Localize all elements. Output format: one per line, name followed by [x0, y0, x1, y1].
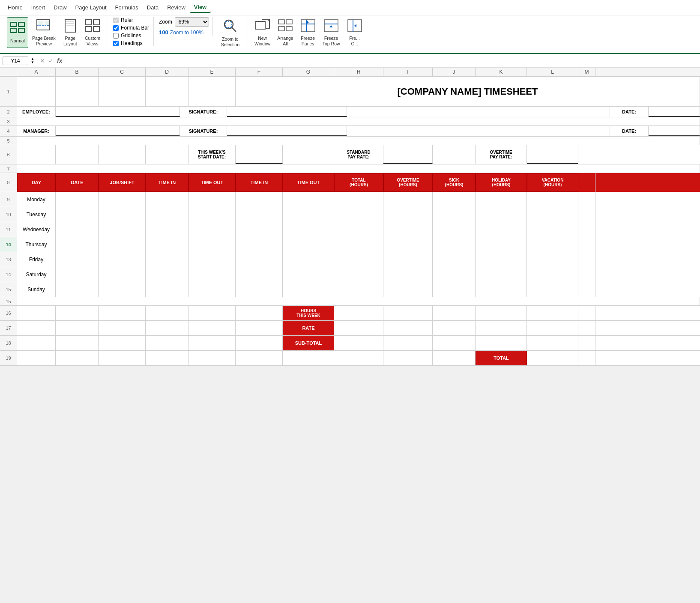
cell-j12[interactable]: [433, 237, 476, 252]
cell-i11[interactable]: [383, 222, 433, 237]
cell-hours-this-week[interactable]: HOURSTHIS WEEK: [283, 306, 334, 320]
cell-row5[interactable]: [17, 137, 700, 145]
cell-c1[interactable]: [99, 77, 146, 106]
function-icon[interactable]: fx: [57, 57, 62, 64]
cell-d11[interactable]: [146, 222, 188, 237]
cell-d16[interactable]: [146, 306, 188, 320]
cell-f19[interactable]: [236, 351, 283, 365]
cell-i19[interactable]: [383, 351, 433, 365]
header-vacation-hours[interactable]: VACATION(HOURS): [527, 173, 578, 192]
cell-j18[interactable]: [433, 336, 476, 350]
menu-draw[interactable]: Draw: [49, 3, 71, 12]
cell-d13[interactable]: [146, 252, 188, 267]
cell-k12[interactable]: [476, 237, 527, 252]
cell-b14[interactable]: [56, 267, 99, 282]
cell-m18[interactable]: [578, 336, 595, 350]
header-time-out[interactable]: TIME OUT: [188, 173, 236, 192]
cell-l9[interactable]: [527, 192, 578, 207]
cell-b16[interactable]: [56, 306, 99, 320]
cell-b1[interactable]: [56, 77, 99, 106]
cell-f13[interactable]: [236, 252, 283, 267]
col-header-k[interactable]: K: [476, 68, 527, 76]
headings-checkbox[interactable]: [113, 41, 119, 46]
cell-c9[interactable]: [99, 192, 146, 207]
cell-c13[interactable]: [99, 252, 146, 267]
cell-c11[interactable]: [99, 222, 146, 237]
cell-f15a[interactable]: [236, 282, 283, 297]
cell-l17[interactable]: [527, 321, 578, 335]
menu-home[interactable]: Home: [3, 3, 27, 12]
cell-m13[interactable]: [578, 252, 595, 267]
menu-data[interactable]: Data: [143, 3, 163, 12]
cell-e13[interactable]: [188, 252, 236, 267]
cell-m11[interactable]: [578, 222, 595, 237]
cell-d18[interactable]: [146, 336, 188, 350]
cell-a19[interactable]: [17, 351, 56, 365]
date1-label[interactable]: DATE:: [610, 107, 649, 117]
cell-wednesday[interactable]: Wednesday: [17, 222, 56, 237]
cell-h15a[interactable]: [334, 282, 383, 297]
cell-thursday[interactable]: Thursday: [17, 237, 56, 252]
header-holiday-hours[interactable]: HOLIDAY(HOURS): [476, 173, 527, 192]
cell-g11[interactable]: [283, 222, 334, 237]
cell-row3[interactable]: [17, 117, 700, 125]
cell-a18[interactable]: [17, 336, 56, 350]
cell-e12[interactable]: [188, 237, 236, 252]
zoom-select[interactable]: 69% 50% 75% 100%: [175, 17, 209, 27]
cell-c16[interactable]: [99, 306, 146, 320]
cell-f12[interactable]: [236, 237, 283, 252]
cell-f17[interactable]: [236, 321, 283, 335]
formula-bar-checkbox[interactable]: [113, 25, 119, 31]
cell-m17[interactable]: [578, 321, 595, 335]
col-header-i[interactable]: I: [383, 68, 433, 76]
title-cell[interactable]: [COMPANY NAME] TIMESHEET: [236, 77, 700, 106]
cell-d12[interactable]: [146, 237, 188, 252]
confirm-icon[interactable]: ✓: [48, 57, 54, 64]
date2-field[interactable]: [649, 126, 700, 136]
cell-sunday[interactable]: Sunday: [17, 282, 56, 297]
cell-m14[interactable]: [578, 267, 595, 282]
custom-views-btn[interactable]: CustomViews: [82, 17, 103, 48]
headings-check[interactable]: Headings: [113, 40, 149, 46]
cell-c17[interactable]: [99, 321, 146, 335]
cell-friday[interactable]: Friday: [17, 252, 56, 267]
cell-h18[interactable]: [334, 336, 383, 350]
cell-c14[interactable]: [99, 267, 146, 282]
col-header-j[interactable]: J: [433, 68, 476, 76]
gridlines-check[interactable]: Gridlines: [113, 33, 149, 39]
cell-b11[interactable]: [56, 222, 99, 237]
signature2-label[interactable]: SIGNATURE:: [180, 126, 227, 136]
cell-l19[interactable]: [527, 351, 578, 365]
page-layout-btn[interactable]: PageLayout: [60, 17, 81, 48]
cell-d14[interactable]: [146, 267, 188, 282]
menu-review[interactable]: Review: [163, 3, 190, 12]
cell-ref-arrows[interactable]: ▲ ▼: [31, 57, 34, 64]
ruler-checkbox[interactable]: [113, 18, 119, 23]
cell-tuesday[interactable]: Tuesday: [17, 207, 56, 222]
cell-k10[interactable]: [476, 207, 527, 222]
cell-k18[interactable]: [476, 336, 527, 350]
header-time-in[interactable]: TIME IN: [146, 173, 188, 192]
cell-e10[interactable]: [188, 207, 236, 222]
cell-c19[interactable]: [99, 351, 146, 365]
cell-f14[interactable]: [236, 267, 283, 282]
gridlines-checkbox[interactable]: [113, 33, 119, 39]
signature1-label[interactable]: SIGNATURE:: [180, 107, 227, 117]
cell-i12[interactable]: [383, 237, 433, 252]
cell-m9[interactable]: [578, 192, 595, 207]
cell-k9[interactable]: [476, 192, 527, 207]
cell-l12[interactable]: [527, 237, 578, 252]
cell-g9[interactable]: [283, 192, 334, 207]
cell-h14[interactable]: [334, 267, 383, 282]
cell-d9[interactable]: [146, 192, 188, 207]
new-window-btn[interactable]: NewWindow: [251, 17, 273, 48]
cell-k17[interactable]: [476, 321, 527, 335]
cell-c6[interactable]: [99, 145, 146, 164]
manager-field[interactable]: [56, 126, 180, 136]
cell-h13[interactable]: [334, 252, 383, 267]
header-overtime-hours[interactable]: OVERTIME(HOURS): [383, 173, 433, 192]
cancel-icon[interactable]: ✕: [40, 57, 45, 64]
cell-e16[interactable]: [188, 306, 236, 320]
header-time-out2[interactable]: TIME OUT: [283, 173, 334, 192]
freeze-top-row-btn[interactable]: FreezeTop Row: [320, 17, 343, 48]
